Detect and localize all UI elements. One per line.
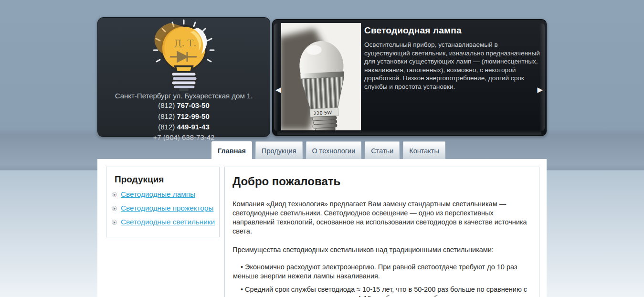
advantage-item: Экономично расходуют электроэнергию. При… — [233, 263, 532, 281]
arrow-bullet-icon — [112, 206, 117, 211]
sidebar-link-led-lamps[interactable]: Светодиодные лампы — [121, 190, 195, 199]
phone-number: (812) 767-03-50 — [98, 100, 270, 111]
slider-left-highlight — [274, 23, 278, 131]
led-bulb-photo: 220 5W — [281, 23, 361, 130]
sidebar-link-led-luminaires[interactable]: Светодиодные светильники — [121, 218, 215, 226]
phone-prefix: (812) — [158, 123, 175, 131]
company-header-card: Д. Т. Санкт-Петербург ул. Бухарестская д… — [97, 17, 270, 137]
phone-digits: 449-91-43 — [177, 123, 209, 131]
welcome-article: Добро пожаловать Компания «Диод технолог… — [224, 167, 539, 297]
header-slider: 220 5W Светодиодная лампа Осветительный … — [272, 19, 547, 136]
slider-bottom-highlight — [277, 130, 541, 135]
advantages-lead-paragraph: Преимущества светодиодных светильников н… — [232, 245, 532, 255]
phone-prefix: (812) — [158, 101, 175, 109]
logo-initials: Д. Т. — [174, 38, 196, 48]
phone-digits: 712-99-50 — [177, 112, 209, 120]
advantage-item: Средний срок службы светодиода ≈ 10-15 л… — [233, 285, 532, 297]
slide-description: Осветительный прибор, устанавливаемый в … — [364, 41, 542, 91]
slider-next-arrow-icon[interactable]: ▶ — [537, 86, 543, 93]
bulb-voltage-label: 220 5W — [313, 110, 332, 116]
sidebar-link-led-floodlights[interactable]: Светодиодные прожекторы — [121, 204, 213, 212]
slider-prev-arrow-icon[interactable]: ◀ — [275, 86, 281, 93]
arrow-bullet-icon — [112, 192, 117, 197]
page-title: Добро пожаловать — [232, 175, 532, 188]
advantages-list: Экономично расходуют электроэнергию. При… — [233, 263, 532, 297]
sidebar-title: Продукция — [115, 174, 219, 185]
list-item: Светодиодные лампы — [112, 190, 219, 199]
company-address: Санкт-Петербург ул. Бухарестская дом 1. — [98, 92, 270, 100]
company-lightbulb-logo-icon: Д. Т. — [148, 19, 220, 91]
content-wrapper: Продукция Светодиодные лампы Светодиодны… — [97, 159, 547, 297]
list-item: Светодиодные прожекторы — [112, 204, 219, 212]
tab-articles[interactable]: Статьи — [365, 141, 400, 159]
products-sidebar: Продукция Светодиодные лампы Светодиодны… — [106, 167, 220, 237]
page-background: Д. Т. Санкт-Петербург ул. Бухарестская д… — [0, 0, 644, 297]
mobile-phone-number: +7 (904) 638-73-42 — [98, 132, 270, 143]
slide-title: Светодиодная лампа — [364, 25, 541, 36]
phone-digits: 767-03-50 — [177, 101, 209, 109]
arrow-bullet-icon — [112, 220, 117, 225]
led-bulb-image: 220 5W — [281, 23, 361, 130]
tab-products[interactable]: Продукция — [255, 141, 303, 159]
tab-home[interactable]: Главная — [211, 141, 252, 159]
phone-number: (812) 712-99-50 — [98, 111, 270, 122]
sidebar-links-list: Светодиодные лампы Светодиодные прожекто… — [112, 190, 219, 226]
list-item: Светодиодные светильники — [112, 218, 219, 226]
main-navigation: Главная Продукция О технологии Статьи Ко… — [211, 141, 449, 159]
intro-paragraph: Компания «Диод технология» предлагает Ва… — [232, 200, 532, 236]
tab-technology[interactable]: О технологии — [306, 141, 362, 159]
phone-number: (812) 449-91-43 — [98, 122, 270, 132]
tab-contacts[interactable]: Контакты — [403, 141, 445, 159]
phone-prefix: (812) — [158, 112, 175, 120]
